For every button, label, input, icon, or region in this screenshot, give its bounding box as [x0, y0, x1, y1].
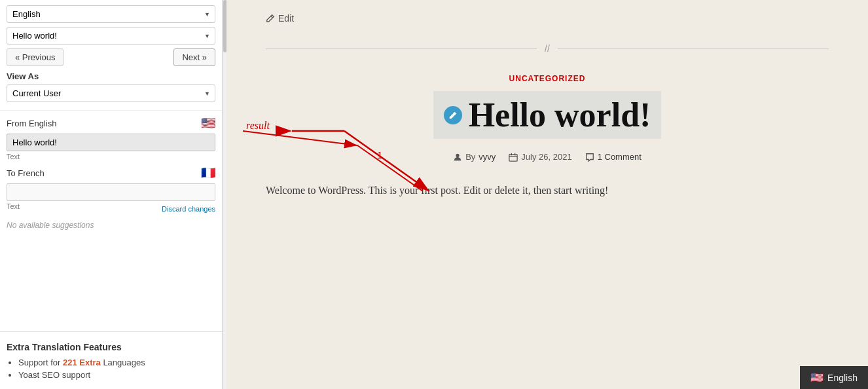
- prev-button[interactable]: « Previous: [7, 48, 63, 66]
- comments-link[interactable]: 1 Comment: [598, 152, 642, 162]
- list-item: Yoast SEO support: [18, 370, 215, 380]
- sidebar: English French Spanish German Hello worl…: [0, 0, 223, 389]
- translation-section: From English 🇺🇸 Text To French 🇫🇷 Text D…: [0, 111, 222, 235]
- extra-features-section: Extra Translation Features Support for 2…: [0, 331, 222, 389]
- person-icon: [453, 153, 462, 162]
- from-lang-row: From English 🇺🇸: [7, 116, 215, 130]
- view-as-label: View As: [7, 71, 215, 81]
- divider-line: //: [266, 43, 829, 54]
- edit-link[interactable]: Edit: [266, 13, 829, 24]
- english-badge[interactable]: 🇺🇸 English: [800, 366, 868, 389]
- from-lang-label: From English: [7, 119, 57, 128]
- to-field-type: Text: [7, 202, 20, 210]
- no-suggestions-text: No available suggestions: [7, 221, 215, 230]
- language-select-wrapper: English French Spanish German: [7, 5, 215, 23]
- sidebar-top: English French Spanish German Hello worl…: [0, 0, 222, 111]
- author-meta: By vyvy: [453, 152, 496, 162]
- post-date: July 26, 2021: [521, 152, 571, 162]
- badge-label: English: [827, 373, 858, 383]
- from-field-type: Text: [7, 153, 215, 160]
- to-text-input[interactable]: [7, 183, 215, 201]
- date-meta: July 26, 2021: [509, 152, 571, 162]
- extra-features-title: Extra Translation Features: [7, 342, 215, 352]
- next-button[interactable]: Next »: [173, 48, 215, 66]
- badge-flag: 🇺🇸: [810, 371, 823, 384]
- extra-features-list: Support for 221 Extra Languages Yoast SE…: [7, 358, 215, 380]
- comment-icon: [585, 153, 594, 162]
- post-select-wrapper: Hello world! Sample Page: [7, 27, 215, 45]
- view-as-select-wrapper: Current User Administrator Subscriber: [7, 84, 215, 102]
- category-link[interactable]: UNCATEGORIZED: [509, 74, 586, 83]
- view-as-select[interactable]: Current User Administrator Subscriber: [7, 84, 215, 102]
- edit-icon: [266, 14, 275, 23]
- svg-point-7: [456, 153, 460, 157]
- to-lang-row: To French 🇫🇷: [7, 166, 215, 180]
- post-title-container: Hello world!: [266, 91, 829, 139]
- post-select[interactable]: Hello world! Sample Page: [7, 27, 215, 45]
- from-text-input[interactable]: [7, 134, 215, 151]
- from-flag: 🇺🇸: [201, 116, 215, 130]
- edit-label: Edit: [278, 13, 294, 24]
- post-title: Hello world!: [469, 96, 651, 134]
- to-lang-label: To French: [7, 168, 45, 178]
- post-meta: By vyvy July 26, 2021 1 Comment: [266, 152, 829, 162]
- author-by: By: [465, 152, 475, 162]
- discard-changes-link[interactable]: Discard changes: [162, 205, 215, 213]
- list-item: Support for 221 Extra Languages: [18, 358, 215, 367]
- author-link[interactable]: vyvy: [479, 152, 496, 162]
- language-select[interactable]: English French Spanish German: [7, 5, 215, 23]
- highlight-text: 221 Extra: [63, 358, 101, 367]
- post-title-block: Hello world!: [433, 91, 662, 139]
- svg-rect-8: [509, 154, 517, 161]
- to-field-type-row: Text Discard changes: [7, 202, 215, 215]
- pencil-icon: [448, 111, 458, 120]
- calendar-icon: [509, 153, 518, 162]
- comments-meta: 1 Comment: [585, 152, 642, 162]
- nav-buttons: « Previous Next »: [7, 48, 215, 66]
- main-content: result 1 Edit: [226, 0, 868, 389]
- edit-pencil-button[interactable]: [444, 106, 462, 124]
- to-flag: 🇫🇷: [201, 166, 215, 180]
- post-body: Welcome to WordPress. This is your first…: [266, 181, 724, 199]
- divider-text: //: [537, 43, 558, 54]
- post-category: UNCATEGORIZED: [266, 73, 829, 83]
